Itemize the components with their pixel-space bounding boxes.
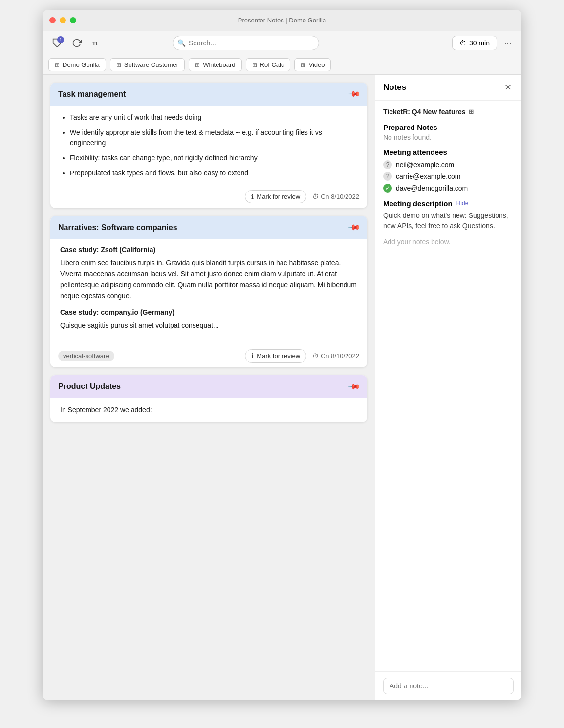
tab-video-icon: ⊞ (301, 62, 305, 68)
tab-software-customer-label: Software Customer (124, 61, 178, 68)
external-link-icon: ⊞ (469, 108, 474, 116)
meeting-desc-title: Meeting description (383, 199, 453, 208)
tab-roi-calc[interactable]: ⊞ RoI Calc (246, 58, 291, 71)
date-badge-1: ⏱ On 8/10/2022 (312, 193, 359, 200)
search-input[interactable] (173, 36, 319, 50)
minimize-window-button[interactable] (60, 17, 66, 23)
attendee-icon-unknown-2: ? (383, 172, 392, 181)
attendee-icon-unknown-1: ? (383, 160, 392, 169)
main-area: Task management 📌 Tasks are any unit of … (43, 75, 521, 700)
search-box: 🔍 (173, 36, 319, 50)
slide-header-narratives: Narratives: Software companies 📌 (50, 216, 367, 239)
add-notes-placeholder: Add your notes below. (383, 238, 514, 246)
refresh-icon-button[interactable] (69, 35, 85, 51)
hide-link[interactable]: Hide (456, 200, 469, 207)
slide-card-product-updates: Product Updates 📌 In September 2022 we a… (50, 375, 367, 422)
title-bar: Presenter Notes | Demo Gorilla (43, 10, 521, 31)
attendees-label: Meeting attendees (383, 148, 514, 156)
case-text-2: Quisque sagittis purus sit amet volutpat… (60, 320, 357, 331)
tab-demo-gorilla[interactable]: ⊞ Demo Gorilla (48, 58, 106, 71)
maximize-window-button[interactable] (70, 17, 76, 23)
tab-video-label: Video (308, 61, 325, 68)
notes-header: Notes ✕ (375, 75, 521, 101)
case-title-1: Case study: Zsoft (California) (60, 246, 357, 254)
notes-input-footer (375, 671, 521, 700)
mark-for-review-button-1[interactable]: ℹ Mark for review (245, 190, 306, 203)
clock-icon: ⏱ (312, 193, 319, 200)
timer-button[interactable]: ⏱ 30 min (452, 36, 497, 50)
info-icon: ℹ (251, 193, 254, 200)
pin-icon-product[interactable]: 📌 (347, 380, 361, 394)
attendee-icon-confirmed: ✓ (383, 184, 392, 193)
notes-panel-title: Notes (383, 83, 406, 92)
attendee-item-2: ? carrie@example.com (383, 172, 514, 181)
date-badge-2: ⏱ On 8/10/2022 (312, 352, 359, 360)
tab-whiteboard[interactable]: ⊞ Whiteboard (189, 58, 241, 71)
slide-card-narratives: Narratives: Software companies 📌 Case st… (50, 216, 367, 367)
window-title: Presenter Notes | Demo Gorilla (238, 17, 326, 24)
attendee-email-2: carrie@example.com (396, 172, 460, 180)
narrative-body: Case study: Zsoft (California) Libero en… (50, 239, 367, 344)
meeting-desc-text: Quick demo on what's new: Suggestions, n… (383, 211, 514, 231)
tab-demo-gorilla-label: Demo Gorilla (63, 61, 100, 68)
svg-text:Tt: Tt (92, 40, 98, 46)
tab-software-customer[interactable]: ⊞ Software Customer (110, 58, 185, 71)
slides-panel: Task management 📌 Tasks are any unit of … (43, 75, 375, 700)
tab-whiteboard-label: Whiteboard (203, 61, 235, 68)
timer-label: 30 min (469, 39, 490, 47)
slide-card-task-management: Task management 📌 Tasks are any unit of … (50, 83, 367, 208)
close-window-button[interactable] (49, 17, 56, 23)
list-item: Flexibility: tasks can change type, not … (70, 153, 357, 163)
slide-footer-narratives: vertical-software ℹ Mark for review ⏱ On… (50, 344, 367, 367)
case-title-2: Case study: company.io (Germany) (60, 308, 357, 316)
meeting-desc-header: Meeting description Hide (383, 199, 514, 208)
attendee-item-3: ✓ dave@demogorilla.com (383, 184, 514, 193)
slide-title-product-updates: Product Updates (58, 382, 121, 391)
tag-badge-count: 1 (57, 36, 64, 43)
pin-icon-narratives[interactable]: 📌 (347, 221, 361, 235)
attendee-item-1: ? neil@example.com (383, 160, 514, 169)
tab-video[interactable]: ⊞ Video (294, 58, 331, 71)
tab-whiteboard-icon: ⊞ (195, 62, 200, 68)
prepared-notes-label: Prepared Notes (383, 123, 514, 131)
clock-icon-2: ⏱ (312, 352, 319, 360)
tab-roi-calc-label: RoI Calc (260, 61, 284, 68)
tag-badge: vertical-software (58, 351, 114, 361)
slide-header-task-management: Task management 📌 (50, 83, 367, 106)
search-icon: 🔍 (177, 39, 186, 47)
slide-body-task-management: Tasks are any unit of work that needs do… (50, 106, 367, 185)
pin-icon[interactable]: 📌 (347, 87, 361, 101)
meeting-desc-section: Meeting description Hide Quick demo on w… (383, 199, 514, 246)
toolbar: 1 Tt 🔍 ⏱ 30 min ··· (43, 31, 521, 55)
tab-demo-gorilla-icon: ⊞ (55, 62, 60, 68)
slide-body-product-updates: In September 2022 we added: (50, 398, 367, 422)
list-item: Prepopulated task types and flows, but a… (70, 168, 357, 178)
more-options-button[interactable]: ··· (501, 36, 515, 50)
attendees-section: Meeting attendees ? neil@example.com ? c… (383, 148, 514, 193)
case-text-1: Libero enim sed faucibus turpis in. Grav… (60, 257, 357, 301)
tab-roi-calc-icon: ⊞ (252, 62, 257, 68)
tab-software-customer-icon: ⊞ (116, 62, 121, 68)
add-note-input[interactable] (383, 678, 514, 694)
font-size-icon-button[interactable]: Tt (88, 35, 104, 51)
tag-icon-button[interactable]: 1 (49, 35, 65, 51)
close-notes-button[interactable]: ✕ (502, 82, 514, 93)
attendee-email-1: neil@example.com (396, 161, 454, 169)
slide-footer-task-management: ℹ Mark for review ⏱ On 8/10/2022 (50, 185, 367, 208)
traffic-lights (49, 17, 76, 23)
attendee-email-3: dave@demogorilla.com (396, 184, 468, 192)
deck-title-link[interactable]: TicketR: Q4 New features ⊞ (383, 107, 514, 117)
list-item: We identify appropriate skills from the … (70, 128, 357, 148)
notes-panel: Notes ✕ TicketR: Q4 New features ⊞ Prepa… (375, 75, 521, 700)
info-icon-2: ℹ (251, 352, 254, 360)
slide-title-task-management: Task management (58, 90, 126, 99)
mark-for-review-button-2[interactable]: ℹ Mark for review (245, 349, 306, 363)
timer-icon: ⏱ (459, 39, 466, 47)
product-updates-text: In September 2022 we added: (60, 405, 357, 415)
slide-header-product-updates: Product Updates 📌 (50, 375, 367, 398)
notes-content: TicketR: Q4 New features ⊞ Prepared Note… (375, 101, 521, 671)
list-item: Tasks are any unit of work that needs do… (70, 112, 357, 123)
bullet-list-task-management: Tasks are any unit of work that needs do… (60, 112, 357, 178)
tabs-bar: ⊞ Demo Gorilla ⊞ Software Customer ⊞ Whi… (43, 55, 521, 75)
slide-title-narratives: Narratives: Software companies (58, 223, 177, 232)
